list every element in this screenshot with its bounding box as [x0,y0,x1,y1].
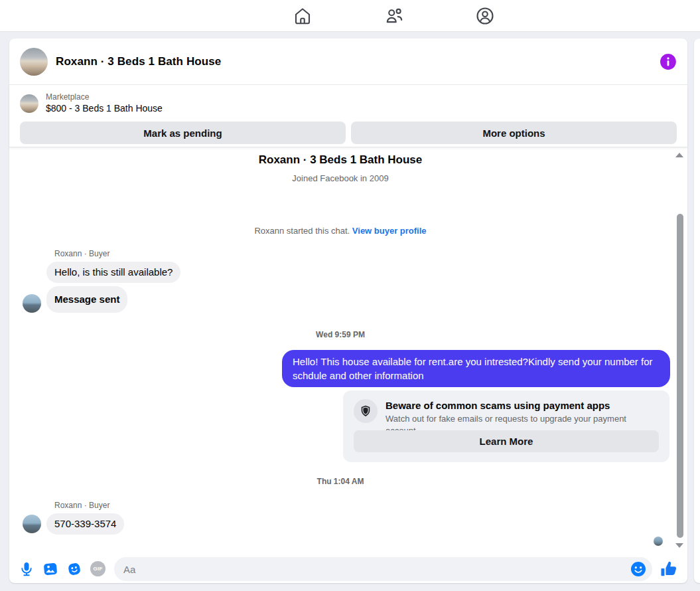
sender-label: Roxann · Buyer [54,249,109,258]
marketplace-label: Marketplace [46,92,163,102]
mic-icon[interactable] [19,561,35,577]
scroll-up-arrow[interactable] [675,153,683,157]
outgoing-message: Hello! This house available for rent.are… [282,350,670,387]
people-icon [384,17,404,28]
adjacent-panel-edge [694,39,700,583]
thumbs-up-icon[interactable] [660,560,678,578]
scam-warning-title: Beware of common scams using payment app… [385,399,659,412]
info-icon[interactable] [660,53,677,70]
message-composer: GIF [9,555,687,583]
shield-icon [354,399,378,423]
gif-badge-label: GIF [90,561,105,576]
gif-icon[interactable]: GIF [90,561,106,577]
chat-header: Roxann · 3 Beds 1 Bath House [9,39,687,85]
scrollbar-thumb[interactable] [677,214,683,538]
mark-as-pending-button[interactable]: Mark as pending [20,122,346,144]
more-options-button[interactable]: More options [351,122,677,144]
chat-start-line: Roxann started this chat. View buyer pro… [9,226,671,236]
timestamp: Wed 9:59 PM [9,330,671,339]
photo-icon[interactable] [42,561,58,577]
buyer-avatar[interactable] [23,515,41,533]
top-navigation-bar [0,0,700,32]
conversation-heading: Roxann · 3 Beds 1 Bath House [9,153,671,167]
scam-warning-card: Beware of common scams using payment app… [343,390,669,462]
scroll-down-arrow[interactable] [675,543,683,548]
timestamp: Thu 1:04 AM [9,477,671,486]
learn-more-button[interactable]: Learn More [354,430,659,452]
marketplace-listing-title: $800 - 3 Beds 1 Bath House [46,102,163,115]
message-list: Roxann · 3 Beds 1 Bath House Joined Face… [9,147,687,555]
chat-title: Roxann · 3 Beds 1 Bath House [56,55,221,68]
buyer-avatar[interactable] [23,294,41,313]
chat-start-text: Roxann started this chat. [254,226,352,236]
profile-circle-icon [475,17,495,28]
view-buyer-profile-link[interactable]: View buyer profile [352,226,427,236]
chat-window: Roxann · 3 Beds 1 Bath House Marketplace… [9,39,687,583]
home-tab[interactable] [293,6,313,26]
incoming-message: 570-339-3574 [46,513,124,535]
marketplace-section: Marketplace $800 - 3 Beds 1 Bath House M… [9,85,687,147]
incoming-message: Hello, is this still available? [46,262,180,283]
sticker-icon[interactable] [66,561,82,577]
message-input[interactable] [114,557,652,581]
sender-label: Roxann · Buyer [54,501,109,510]
seen-indicator-avatar [654,537,663,546]
people-tab[interactable] [384,6,404,26]
marketplace-listing-avatar[interactable] [20,94,38,113]
emoji-icon[interactable] [630,561,646,577]
home-icon [293,17,313,28]
profile-tab[interactable] [475,6,495,26]
joined-facebook-text: Joined Facebook in 2009 [9,173,671,183]
incoming-message: Message sent [46,286,127,313]
listing-avatar[interactable] [20,48,48,76]
